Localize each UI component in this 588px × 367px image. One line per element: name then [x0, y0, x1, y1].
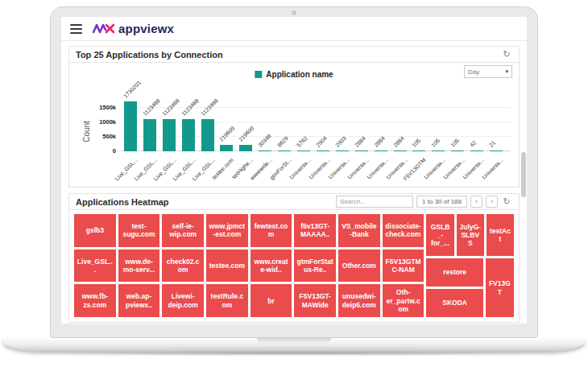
- top25-panel-title: Top 25 Applications by Connection: [76, 50, 223, 60]
- y-axis-tick: 1500k: [76, 104, 116, 111]
- bar[interactable]: [201, 119, 214, 151]
- heatmap-tile[interactable]: gslb3: [74, 214, 116, 247]
- period-select[interactable]: Day ▾: [464, 65, 512, 78]
- bar-value-label: 30348: [257, 133, 272, 148]
- heatmap-tile[interactable]: Livewi-deip.com: [162, 284, 204, 317]
- next-page-button[interactable]: ›: [486, 196, 498, 208]
- prev-page-button[interactable]: ‹: [470, 196, 482, 208]
- laptop-base: [3, 338, 585, 351]
- gridline: [121, 136, 511, 137]
- heatmap-tile[interactable]: web.ap-pviewx..: [118, 284, 160, 317]
- pagination-status: 1 to 30 of 188: [416, 196, 467, 208]
- bar[interactable]: [451, 151, 464, 151]
- bar[interactable]: [143, 119, 156, 151]
- legend-swatch-icon: [255, 71, 262, 78]
- appviewx-logo[interactable]: appviewx: [93, 22, 174, 36]
- vertical-scrollbar[interactable]: [521, 152, 526, 197]
- bar-value-label: 2884: [373, 135, 386, 148]
- bar-value-label: 42: [469, 140, 477, 148]
- y-axis-tick: 0: [76, 147, 116, 155]
- heatmap-tile[interactable]: F5V13GTMC-NAM: [383, 249, 424, 282]
- menu-icon[interactable]: [70, 24, 82, 34]
- heatmap-tile[interactable]: test-sugu.com: [118, 214, 160, 247]
- heatmap-tile[interactable]: testAct: [487, 214, 514, 256]
- bar[interactable]: [220, 145, 233, 151]
- laptop-bezel: appviewx Top 25 Applications by Connecti…: [50, 6, 538, 338]
- laptop-mockup: appviewx Top 25 Applications by Connecti…: [0, 0, 588, 367]
- heatmap-tile[interactable]: gtmForStatus-Re..: [294, 249, 336, 282]
- heatmap-right-bottom: restore SKODA FV13GT: [426, 258, 514, 317]
- legend-label: Application name: [266, 70, 333, 79]
- heatmap-tile[interactable]: unusedwi-deip5.com: [338, 284, 380, 317]
- chevron-down-icon: ▾: [505, 68, 508, 75]
- heatmap-tile[interactable]: check02.com: [162, 249, 204, 282]
- bar[interactable]: [394, 151, 407, 151]
- laptop-shadow: [16, 351, 572, 356]
- heatmap-grid: gslb3test-sugu.comself-ie-wip.comwww.jpm…: [74, 214, 514, 317]
- heatmap-tile[interactable]: Live_GSL...: [74, 249, 116, 282]
- heatmap-tile[interactable]: VS_mobile-Bank: [338, 214, 380, 247]
- heatmap-tile[interactable]: fewtest.com: [251, 214, 292, 247]
- bar[interactable]: [259, 151, 271, 151]
- refresh-icon[interactable]: ↻: [501, 49, 512, 60]
- heatmap-tile[interactable]: www.jpmct-est.com: [206, 214, 248, 247]
- search-input[interactable]: [336, 196, 413, 208]
- heatmap-tile[interactable]: dissociate-check.com: [383, 214, 424, 247]
- top25-chart-body: Application name Day ▾ Count 0500k1000k1…: [69, 63, 519, 187]
- heatmap-tile[interactable]: testRule.com: [206, 284, 248, 317]
- heatmap-tile[interactable]: GSLB_-for_...: [426, 214, 453, 256]
- app-header: appviewx: [61, 17, 527, 41]
- bar[interactable]: [355, 151, 368, 151]
- bar-value-label: 2884: [392, 135, 405, 148]
- bar[interactable]: [124, 101, 137, 151]
- heatmap-panel: Applications Heatmap 1 to 30 of 188 ‹ › …: [68, 193, 520, 323]
- logo-text: appviewx: [118, 22, 174, 35]
- bar-chart: Count 0500k1000k1500k1730201Live_GSL...1…: [76, 82, 511, 185]
- heatmap-left-grid: gslb3test-sugu.comself-ie-wip.comwww.jpm…: [74, 214, 424, 317]
- period-select-value: Day: [468, 68, 479, 76]
- top25-panel-header: Top 25 Applications by Connection ↻: [69, 47, 519, 63]
- bar-value-label: 2884: [354, 135, 366, 148]
- heatmap-tile[interactable]: FV13GT: [486, 258, 514, 317]
- bar[interactable]: [375, 151, 387, 151]
- bar[interactable]: [336, 151, 349, 151]
- gridline: [121, 107, 511, 108]
- refresh-icon[interactable]: ↻: [501, 196, 512, 208]
- app-screen: appviewx Top 25 Applications by Connecti…: [61, 17, 527, 324]
- heatmap-tile[interactable]: f5v13GT-MAAAA..: [294, 214, 336, 247]
- heatmap-tile[interactable]: JulyG-SLBVS: [457, 214, 484, 256]
- heatmap-body: gslb3test-sugu.comself-ie-wip.comwww.jpm…: [69, 210, 519, 322]
- heatmap-tile[interactable]: www.de-mo-serv...: [118, 249, 160, 282]
- bar-value-label: 5762: [296, 135, 308, 148]
- heatmap-tile[interactable]: www.create-wid..: [251, 249, 292, 282]
- bar-value-label: 8629: [276, 135, 289, 148]
- bar[interactable]: [163, 119, 176, 151]
- bar-value-label: 105: [430, 138, 441, 148]
- y-axis-tick: 1000k: [76, 118, 116, 126]
- heatmap-tile[interactable]: Oth-er_partw.com: [383, 284, 424, 317]
- bar[interactable]: [182, 119, 195, 151]
- heatmap-tile[interactable]: www.fb-zs.com: [74, 284, 116, 317]
- heatmap-tile[interactable]: SKODA: [426, 289, 482, 317]
- heatmap-tile[interactable]: restore: [426, 258, 482, 287]
- bar[interactable]: [239, 145, 252, 151]
- bar[interactable]: [412, 151, 425, 151]
- heatmap-panel-header: Applications Heatmap 1 to 30 of 188 ‹ › …: [69, 194, 519, 210]
- bar[interactable]: [432, 151, 445, 151]
- bar[interactable]: [297, 151, 310, 151]
- bar-value-label: 21: [488, 140, 496, 148]
- heatmap-tile[interactable]: br: [251, 284, 292, 317]
- bar[interactable]: [278, 151, 291, 151]
- webcam-dot: [292, 10, 296, 15]
- laptop-base-notch: [257, 338, 331, 344]
- bar[interactable]: [470, 151, 483, 151]
- bar-value-label: 2903: [334, 135, 347, 148]
- bar-value-label: 2904: [315, 135, 328, 148]
- heatmap-tile[interactable]: Other.com: [338, 249, 380, 282]
- heatmap-tile[interactable]: F5V13GT-MAWide: [294, 284, 336, 317]
- heatmap-tile[interactable]: testee.com: [206, 249, 248, 282]
- bar[interactable]: [317, 151, 329, 151]
- heatmap-tile[interactable]: self-ie-wip.com: [162, 214, 204, 247]
- bar[interactable]: [490, 151, 503, 151]
- bar-value-label: 219609: [218, 126, 235, 142]
